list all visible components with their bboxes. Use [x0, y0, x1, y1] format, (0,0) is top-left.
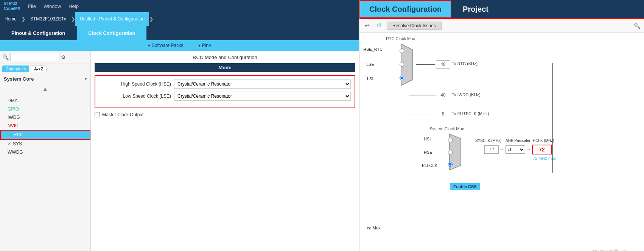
scroll-up-icon[interactable]: ▲: [42, 86, 48, 92]
sidebar-item-iwdg[interactable]: IWDG: [0, 113, 90, 122]
breadcrumb-arrow-2: ❯: [71, 16, 75, 22]
flit-value-box[interactable]: 8: [436, 110, 450, 118]
tab-pinout[interactable]: Pinout & Configuration: [0, 26, 77, 40]
to-rtc-label: To RTC (KHz): [452, 61, 478, 66]
lse-label: Low Speed Clock (LSE): [99, 94, 171, 99]
enable-css-button[interactable]: Enable CSS: [450, 183, 480, 190]
hsi-label: HSI: [424, 137, 431, 141]
tab-clock[interactable]: Clock Configuration: [77, 26, 147, 40]
menu-help[interactable]: Help: [68, 3, 79, 9]
master-clock-checkbox[interactable]: [95, 112, 100, 117]
lse-row: Low Speed Clock (LSE) Crystal/Ceramic Re…: [99, 92, 351, 101]
arrow-right-1: →: [499, 147, 504, 152]
check-icon: ✔: [8, 132, 12, 137]
chevron-down-icon: ▾: [85, 77, 87, 81]
tab-bar: Pinout & Configuration Clock Configurati…: [0, 26, 359, 40]
right-tab-clock[interactable]: Clock Configuration: [359, 0, 451, 18]
radio-lse[interactable]: [400, 62, 404, 68]
system-core-label: System Core: [4, 76, 34, 82]
watermark: CSDN @听我一言: [593, 249, 627, 251]
sub-tab-software-packs[interactable]: ▾ Software Packs: [148, 43, 183, 48]
sidebar-item-nvic[interactable]: NVIC: [0, 122, 90, 130]
radio-hse-rtc[interactable]: [400, 48, 404, 54]
divider: [4, 95, 87, 95]
check-icon-sys: ✔: [8, 141, 11, 147]
line-sysclk: [465, 150, 484, 150]
iwdg-value-box[interactable]: 40: [436, 91, 450, 99]
gear-icon[interactable]: ⚙: [61, 54, 66, 60]
line-flit: [409, 114, 436, 114]
breadcrumb-device[interactable]: STM32F103ZETx: [26, 12, 71, 26]
sidebar-search-bar: 🔍 ⚙: [0, 51, 90, 64]
to-flit-label: To FLITFCLK (MHz): [452, 111, 489, 116]
sidebar-list: ▲ DMA GPIO IWDG NVIC ✔ RCC ✔ SYS WWDG: [0, 84, 90, 157]
ahb-prescaler-label: AHB Prescaler: [506, 139, 530, 143]
master-clock-row: Master Clock Output: [95, 112, 355, 117]
diagram-container: RTC Clock Mux HSE_RTC LSE LSI: [363, 36, 628, 251]
search-icon: 🔍: [2, 54, 9, 60]
top-bar: STM32 CubeMX File Window Help: [0, 0, 359, 12]
rtc-value-box[interactable]: 40: [436, 60, 450, 69]
hse-select[interactable]: Crystal/Ceramic Resonator Disable BYPASS…: [174, 80, 351, 89]
horizontal-line-top: [450, 63, 552, 63]
breadcrumb-project[interactable]: Untitled - Pinout & Configuration: [75, 12, 149, 26]
radio-pllclk[interactable]: [448, 162, 453, 168]
lsi-label: LSI: [367, 76, 373, 81]
sidebar-item-rcc[interactable]: ✔ RCC: [0, 130, 90, 140]
sidebar-item-gpio[interactable]: GPIO: [0, 105, 90, 113]
ce-mux-label: ce Mux: [367, 226, 380, 230]
right-toolbar: ↩ ↺ Resolve Clock Issues 🔍: [359, 19, 644, 33]
breadcrumb-arrow-3: ❯: [149, 16, 154, 22]
sidebar-tabs: Categories A->Z: [0, 64, 90, 74]
sidebar-item-wwdg[interactable]: WWDG: [0, 148, 90, 156]
lse-select[interactable]: Crystal/Ceramic Resonator Disable BYPASS…: [174, 92, 351, 101]
hclk-value-box[interactable]: 72: [532, 145, 552, 154]
radio-hse-sys[interactable]: [448, 150, 453, 156]
sidebar-item-sys-label: SYS: [13, 141, 22, 147]
tab-az[interactable]: A->Z: [31, 65, 47, 72]
mode-header: Mode: [95, 63, 355, 72]
breadcrumb: Home ❯ STM32F103ZETx ❯ Untitled - Pinout…: [0, 12, 359, 26]
undo-icon[interactable]: ↩: [363, 21, 371, 30]
system-core-header[interactable]: System Core ▾: [0, 74, 90, 84]
hse-label: High Speed Clock (HSE): [99, 81, 171, 87]
rcc-title: RCC Mode and Configuration: [95, 55, 355, 60]
menu-file[interactable]: File: [28, 3, 36, 9]
breadcrumb-home[interactable]: Home: [0, 12, 21, 26]
hse-sys-label: HSE: [424, 150, 432, 154]
app-logo: STM32 CubeMX: [4, 1, 20, 11]
lse-rtc-label: LSE: [366, 62, 374, 67]
search-input[interactable]: [10, 53, 59, 61]
vertical-line-right: [552, 63, 553, 161]
right-tab-project[interactable]: Project: [451, 0, 644, 18]
hclk-label: HCLK (MHz): [533, 139, 554, 143]
sub-tab-pinout[interactable]: ▾ Pino: [198, 43, 211, 48]
main-area: 🔍 ⚙ Categories A->Z System Core ▾ ▲ DMA …: [0, 51, 359, 251]
sidebar: 🔍 ⚙ Categories A->Z System Core ▾ ▲ DMA …: [0, 51, 91, 251]
search-icon-toolbar[interactable]: 🔍: [634, 23, 640, 29]
line-rtc: [416, 64, 435, 65]
rtc-clock-mux-label: RTC Clock Mux: [386, 36, 415, 41]
clock-diagram: RTC Clock Mux HSE_RTC LSE LSI: [359, 33, 644, 251]
hse-row: High Speed Clock (HSE) Crystal/Ceramic R…: [99, 80, 351, 89]
menu-window[interactable]: Window: [44, 3, 61, 9]
config-box: High Speed Clock (HSE) Crystal/Ceramic R…: [95, 75, 355, 108]
sidebar-item-sys[interactable]: ✔ SYS: [0, 140, 90, 148]
sidebar-item-dma[interactable]: DMA: [0, 97, 90, 105]
to-iwdg-label: To IWDG (KHz): [452, 92, 481, 97]
breadcrumb-arrow-1: ❯: [21, 16, 26, 22]
ahb-prescaler-select[interactable]: /1 /2 /4 /8 /16 /64 /128 /256 /512: [506, 145, 525, 154]
sidebar-item-rcc-label: RCC: [14, 132, 23, 137]
sysclk-value-box[interactable]: 72: [484, 145, 499, 154]
content-area: RCC Mode and Configuration Mode High Spe…: [91, 51, 359, 251]
radio-lsi[interactable]: [400, 76, 404, 81]
tab-categories[interactable]: Categories: [2, 65, 29, 72]
right-top-bar: Clock Configuration Project: [359, 0, 644, 19]
line-iwdg: [409, 95, 436, 95]
master-clock-label: Master Clock Output: [102, 112, 143, 117]
refresh-icon[interactable]: ↺: [375, 21, 383, 30]
sub-tab-bar: ▾ Software Packs ▾ Pino: [0, 40, 359, 51]
radio-hsi[interactable]: [448, 138, 453, 143]
pllclk-label: PLLCLK: [422, 163, 437, 168]
resolve-clock-issues-button[interactable]: Resolve Clock Issues: [387, 22, 442, 30]
